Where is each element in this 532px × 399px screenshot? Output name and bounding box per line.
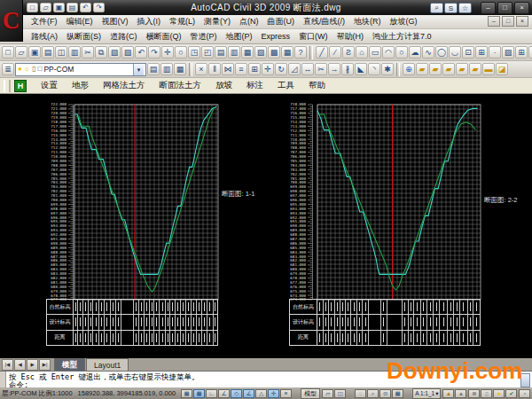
- arc-icon[interactable]: ◠: [382, 46, 395, 59]
- zoom-window-icon[interactable]: ◳: [188, 46, 200, 59]
- hongye-menu-item[interactable]: 工具: [270, 80, 301, 91]
- earthwork-icon-4[interactable]: ▰: [442, 63, 455, 75]
- earthwork-icon-5[interactable]: ▰: [456, 63, 468, 75]
- point-icon[interactable]: ·: [489, 46, 501, 59]
- annotation-autoscale-icon[interactable]: ▲: [455, 389, 466, 398]
- circle-icon[interactable]: ○: [395, 46, 408, 59]
- autocad-logo-icon[interactable]: C: [0, 0, 23, 42]
- tray-services-icon[interactable]: ⊚: [468, 389, 480, 398]
- command-line-window[interactable]: 按 Esc 或 Enter 键退出，或单击右键显示快捷菜单。 命令:: [0, 371, 532, 388]
- communication-center-icon[interactable]: S: [444, 3, 458, 13]
- viewport-lock-icon[interactable]: ◌: [355, 389, 366, 398]
- earthwork-icon-2[interactable]: ▰: [416, 63, 428, 75]
- earthwork-icon-1[interactable]: ⊕: [403, 63, 415, 75]
- open-icon[interactable]: ▱: [40, 3, 51, 12]
- tab-layout1[interactable]: Layout1: [86, 358, 129, 371]
- trim-icon[interactable]: ✂: [315, 63, 327, 75]
- earthwork-icon-7[interactable]: ▬: [482, 63, 495, 75]
- menu-item[interactable]: 视图(V): [98, 16, 133, 27]
- menu-item[interactable]: 直线/曲线(/): [299, 16, 349, 27]
- menu-item[interactable]: 常规(L): [165, 16, 200, 27]
- rotate-icon[interactable]: ↻: [275, 63, 287, 75]
- save-icon[interactable]: ▣: [28, 46, 41, 59]
- zoom-status-icon[interactable]: ⌕: [367, 389, 379, 398]
- chamfer-icon[interactable]: ◣: [355, 63, 367, 75]
- menu-item[interactable]: 点(N): [235, 16, 263, 27]
- menu-item[interactable]: 路线(A): [27, 31, 62, 43]
- drawing-canvas[interactable]: 722.000721.000720.000719.000718.000717.0…: [0, 94, 532, 358]
- stretch-icon[interactable]: ↔: [301, 63, 314, 75]
- help-icon[interactable]: ?: [294, 46, 307, 59]
- close-button[interactable]: ×: [514, 2, 529, 14]
- doc-close-button[interactable]: ×: [516, 16, 528, 27]
- cut-icon[interactable]: ✂: [82, 46, 94, 59]
- layout-icon[interactable]: ▱: [322, 389, 333, 398]
- osnap-toggle[interactable]: ◇: [231, 389, 242, 398]
- hongye-menu-item[interactable]: 放坡: [208, 80, 239, 91]
- menu-item[interactable]: 纵断面(S): [62, 31, 106, 43]
- earthwork-icon-8[interactable]: ◪: [496, 63, 508, 75]
- ortho-toggle[interactable]: ∟: [206, 389, 217, 398]
- tab-last-button[interactable]: ▶|: [39, 359, 51, 371]
- menu-item[interactable]: 横断面(Q): [142, 31, 186, 43]
- menu-item[interactable]: 放坡(G): [386, 16, 422, 27]
- tab-next-button[interactable]: ▶: [27, 359, 38, 371]
- copy-icon[interactable]: ‖: [208, 63, 221, 75]
- open-icon[interactable]: ▱: [15, 46, 27, 59]
- explode-icon[interactable]: ✱: [381, 63, 394, 75]
- ellipse-arc-icon[interactable]: ◡: [449, 46, 461, 59]
- xline-icon[interactable]: ∕: [329, 46, 341, 59]
- hongye-menu-item[interactable]: 设置: [34, 80, 65, 91]
- mtext-icon[interactable]: A: [528, 46, 532, 59]
- pan-icon[interactable]: ✛: [161, 46, 174, 59]
- ellipse-icon[interactable]: ◯: [435, 46, 448, 59]
- save-icon[interactable]: ▣: [53, 3, 65, 12]
- line-icon[interactable]: ╱: [316, 46, 328, 59]
- coordinates-readout[interactable]: 158920.388, 3994185.019, 0.000: [78, 389, 176, 397]
- doc-minimize-button[interactable]: –: [488, 16, 500, 27]
- tab-prev-button[interactable]: ◀: [14, 359, 26, 371]
- move-icon[interactable]: ✛: [262, 63, 274, 75]
- layer-states-icon[interactable]: ▦: [174, 63, 186, 75]
- tray-bulb-icon[interactable]: ●: [493, 389, 505, 398]
- annotation-visibility-icon[interactable]: ▲: [442, 389, 454, 398]
- break-icon[interactable]: ∦: [341, 63, 354, 75]
- layer-dropdown[interactable]: ● ☼ ▯ □ PP-COM ▾: [15, 63, 146, 76]
- scale-icon[interactable]: ◿: [288, 63, 301, 75]
- grid-toggle[interactable]: ▦: [193, 389, 205, 398]
- table-icon[interactable]: ⊞: [515, 46, 528, 59]
- restore-button[interactable]: □: [497, 2, 512, 14]
- menu-item[interactable]: 曲面(U): [263, 16, 300, 27]
- hongye-menu-item[interactable]: 标注: [239, 80, 270, 91]
- copy-clip-icon[interactable]: ⧉: [95, 46, 107, 59]
- plot-icon[interactable]: ▤: [42, 46, 54, 59]
- search-icon[interactable]: ⌕: [430, 3, 443, 13]
- tray-plot-notify-icon[interactable]: ✔: [505, 389, 517, 398]
- plot-preview-icon[interactable]: ◫: [55, 46, 67, 59]
- array-icon[interactable]: ⊞: [248, 63, 261, 75]
- tab-model[interactable]: 模型: [54, 358, 85, 371]
- doc-restore-button[interactable]: □: [502, 16, 514, 27]
- extend-icon[interactable]: →: [328, 63, 340, 75]
- quickcalc-icon[interactable]: ▦: [281, 46, 293, 59]
- clean-screen-button[interactable]: ▫: [519, 389, 530, 398]
- rectangle-icon[interactable]: ▭: [369, 46, 381, 59]
- undo-icon[interactable]: ↶: [80, 3, 91, 12]
- tab-first-button[interactable]: |◀: [2, 359, 13, 371]
- menu-item[interactable]: Express: [257, 32, 295, 41]
- hongye-menu-item[interactable]: 帮助: [301, 80, 332, 91]
- zoom-previous-icon[interactable]: ◰: [201, 46, 214, 59]
- redo-icon[interactable]: ↷: [148, 46, 160, 59]
- erase-icon[interactable]: ×: [195, 63, 207, 75]
- pan-status-icon[interactable]: ⊙: [379, 389, 391, 398]
- steering-icon[interactable]: ▦: [392, 389, 403, 398]
- hongye-menu-item[interactable]: 断面法土方: [153, 80, 209, 91]
- markup-icon[interactable]: ▩: [268, 46, 280, 59]
- menu-item[interactable]: 文件(F): [27, 16, 62, 27]
- revcloud-icon[interactable]: ☁: [409, 46, 421, 59]
- menu-item[interactable]: 插入(I): [133, 16, 166, 27]
- menu-item[interactable]: 编辑(E): [62, 16, 98, 27]
- earthwork-icon-3[interactable]: ▰: [429, 63, 442, 75]
- layer-properties-icon[interactable]: ≣: [2, 63, 14, 75]
- polyline-icon[interactable]: Ƨ: [342, 46, 355, 59]
